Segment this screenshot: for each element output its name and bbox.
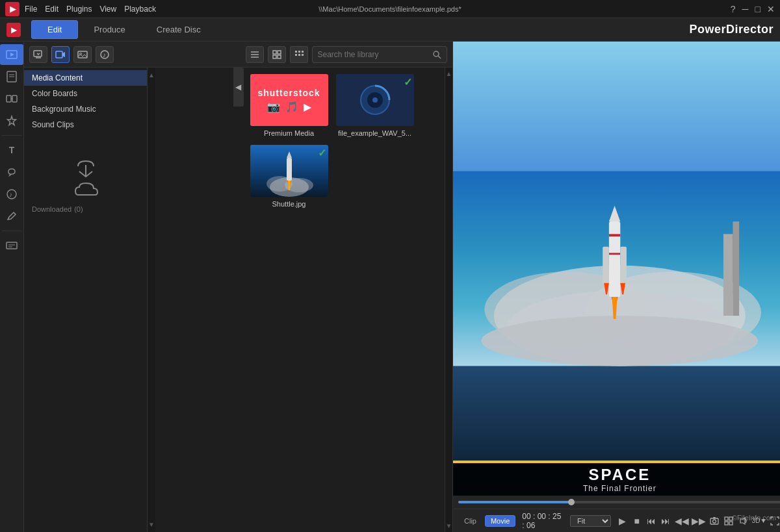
media-item-label: Premium Media bbox=[264, 129, 314, 137]
svg-line-32 bbox=[438, 56, 441, 58]
close-icon[interactable]: ✕ bbox=[767, 4, 775, 14]
tab-create-disc[interactable]: Create Disc bbox=[141, 21, 216, 38]
tree-item-media-content[interactable]: Media Content bbox=[24, 70, 147, 86]
search-box bbox=[312, 46, 448, 63]
movie-btn[interactable]: Movie bbox=[485, 515, 515, 527]
menu-playback[interactable]: Playback bbox=[124, 5, 156, 14]
sidebar-icon-title[interactable]: T bbox=[0, 140, 23, 160]
video-btn[interactable] bbox=[51, 46, 70, 63]
photo-btn[interactable] bbox=[73, 46, 92, 63]
progress-fill bbox=[458, 501, 571, 503]
preview-background bbox=[453, 42, 780, 496]
stop-btn[interactable]: ■ bbox=[630, 513, 642, 529]
sidebar-icon-transitions[interactable] bbox=[0, 88, 23, 109]
downloaded-label: Downloaded bbox=[32, 205, 72, 213]
tree-scroll-down[interactable]: ▼ bbox=[146, 518, 157, 531]
play-btn[interactable]: ▶ bbox=[616, 513, 628, 529]
media-item-audio[interactable]: ✓ file_example_WAV_5... bbox=[336, 74, 414, 137]
media-grid: shutterstock 📷🎵▶ Premium Media bbox=[244, 68, 445, 532]
menu-file[interactable]: File bbox=[25, 5, 37, 14]
progress-thumb[interactable] bbox=[568, 499, 575, 505]
svg-marker-70 bbox=[740, 518, 745, 524]
rewind-btn[interactable]: ◀◀ bbox=[675, 513, 689, 529]
media-item-shuttle[interactable]: ✓ Shuttle.jpg bbox=[250, 145, 328, 208]
sidebar-icon-audio[interactable]: ♪ bbox=[0, 184, 23, 205]
svg-rect-24 bbox=[278, 55, 281, 58]
maximize-icon[interactable]: □ bbox=[755, 4, 760, 14]
sidebar-icon-file[interactable] bbox=[0, 66, 23, 87]
tab-produce[interactable]: Produce bbox=[78, 21, 140, 38]
svg-rect-51 bbox=[723, 234, 733, 316]
fit-select[interactable]: Fit 100% 50% bbox=[570, 515, 611, 527]
svg-rect-30 bbox=[302, 54, 304, 56]
3d-btn[interactable]: 3D▼ bbox=[752, 513, 767, 529]
svg-rect-58 bbox=[620, 247, 627, 285]
tab-edit[interactable]: Edit bbox=[31, 20, 78, 39]
fullscreen-btn[interactable] bbox=[769, 513, 780, 529]
svg-text:♪: ♪ bbox=[103, 51, 106, 58]
media-tree: Media Content Color Boards Background Mu… bbox=[24, 68, 148, 532]
minimize-icon[interactable]: ─ bbox=[742, 4, 749, 14]
shuttle-preview bbox=[250, 145, 328, 197]
snapshot-btn[interactable] bbox=[708, 513, 720, 529]
sidebar-icon-pen[interactable] bbox=[0, 206, 23, 227]
menu-plugins[interactable]: Plugins bbox=[66, 5, 92, 14]
sidebar-icon-effects[interactable] bbox=[0, 110, 23, 131]
download-icon bbox=[73, 158, 99, 178]
sidebar-icon-captions[interactable] bbox=[0, 162, 23, 183]
icons-row: ▶ bbox=[6, 23, 21, 37]
svg-rect-26 bbox=[298, 51, 300, 53]
help-icon[interactable]: ? bbox=[731, 4, 736, 14]
cloud-icon bbox=[73, 181, 99, 200]
tree-item-color-boards[interactable]: Color Boards bbox=[24, 86, 147, 101]
svg-marker-1 bbox=[10, 53, 14, 57]
time-display: 00 : 00 : 25 : 06 bbox=[522, 512, 564, 530]
progress-track[interactable] bbox=[458, 501, 780, 503]
panel-toggle-arrow[interactable]: ◀ bbox=[233, 68, 244, 107]
tree-item-sound-clips[interactable]: Sound Clips bbox=[24, 117, 147, 133]
svg-rect-63 bbox=[710, 518, 718, 524]
menu-view[interactable]: View bbox=[99, 5, 116, 14]
audio-ctrl-btn[interactable] bbox=[737, 513, 749, 529]
checkmark-icon: ✓ bbox=[404, 76, 412, 88]
svg-rect-27 bbox=[302, 51, 304, 53]
import-btn[interactable] bbox=[29, 46, 47, 63]
media-toolbar: ♪ bbox=[24, 42, 452, 68]
media-item-shutterstock[interactable]: shutterstock 📷🎵▶ Premium Media bbox=[250, 74, 328, 137]
shutterstock-logo: shutterstock bbox=[257, 88, 320, 98]
media-body: Media Content Color Boards Background Mu… bbox=[24, 68, 452, 532]
svg-rect-57 bbox=[603, 247, 609, 285]
svg-rect-21 bbox=[273, 51, 276, 54]
tree-item-bg-music[interactable]: Background Music bbox=[24, 101, 147, 117]
view-grid-btn[interactable] bbox=[268, 46, 286, 63]
next-btn[interactable]: ⏭ bbox=[660, 513, 671, 529]
view-options-btn[interactable] bbox=[290, 46, 308, 63]
search-icon bbox=[432, 50, 441, 59]
svg-point-64 bbox=[712, 520, 716, 523]
menu-edit[interactable]: Edit bbox=[45, 5, 58, 14]
fastforward-btn[interactable]: ▶▶ bbox=[692, 513, 706, 529]
svg-rect-29 bbox=[298, 54, 300, 56]
app-icon: ▶ bbox=[5, 2, 20, 16]
svg-rect-22 bbox=[278, 51, 281, 54]
sidebar-icon-subtitle[interactable] bbox=[0, 235, 23, 256]
svg-point-36 bbox=[372, 97, 378, 103]
view-list-btn[interactable] bbox=[246, 46, 264, 63]
svg-rect-41 bbox=[287, 158, 292, 181]
clip-btn[interactable]: Clip bbox=[458, 515, 482, 527]
tree-scrollbar: ▲ ▼ bbox=[148, 68, 155, 532]
menu-bar: File Edit Plugins View Playback bbox=[25, 5, 156, 14]
audio-btn[interactable]: ♪ bbox=[96, 46, 114, 63]
svg-rect-69 bbox=[729, 522, 733, 525]
split-btn[interactable] bbox=[723, 513, 734, 529]
media-item-label: file_example_WAV_5... bbox=[338, 129, 411, 137]
preview-panel: SPACE The Final Frontier Clip Movie 00 :… bbox=[453, 42, 780, 532]
tree-scroll-up[interactable]: ▲ bbox=[146, 69, 157, 81]
left-sidebar: T ♪ bbox=[0, 42, 24, 532]
svg-rect-55 bbox=[609, 234, 620, 236]
prev-btn[interactable]: ⏮ bbox=[645, 513, 657, 529]
svg-rect-65 bbox=[713, 517, 716, 518]
search-input[interactable] bbox=[318, 50, 430, 59]
preview-controls: Clip Movie 00 : 00 : 25 : 06 Fit 100% 50… bbox=[453, 509, 780, 532]
sidebar-icon-media[interactable] bbox=[0, 44, 23, 65]
